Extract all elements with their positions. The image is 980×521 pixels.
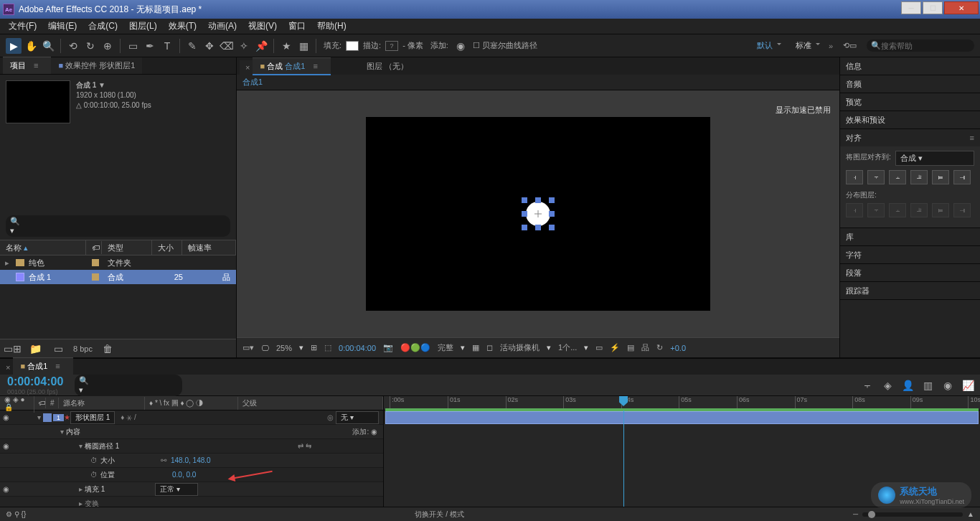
frame-blend-icon[interactable]: ▥ xyxy=(920,377,936,393)
resize-handle[interactable] xyxy=(549,225,555,230)
resize-handle[interactable] xyxy=(549,211,555,217)
layer-duration-bar[interactable] xyxy=(385,411,979,424)
tab-layer-viewer[interactable]: 图层 （无） xyxy=(359,58,415,75)
project-search[interactable]: 🔍▾ xyxy=(6,215,230,237)
add-content-icon[interactable]: ◉ xyxy=(371,428,377,436)
workspace-more-icon[interactable]: » xyxy=(829,42,833,50)
roi-icon[interactable]: ⬚ xyxy=(324,343,331,352)
current-timecode[interactable]: 0:00:04:00 xyxy=(0,375,70,388)
resize-handle[interactable] xyxy=(535,197,541,203)
resize-handle[interactable] xyxy=(522,225,527,230)
resize-handle[interactable] xyxy=(535,225,541,230)
pan-behind-tool-icon[interactable]: ⊕ xyxy=(100,38,116,54)
shy-icon[interactable]: 👤 xyxy=(900,377,915,393)
zoom-tool-icon[interactable]: 🔍 xyxy=(40,38,56,54)
visibility-toggle[interactable]: ◉ xyxy=(0,442,11,450)
property-row-contents[interactable]: ▾ 内容 添加: ◉ xyxy=(0,425,383,439)
timeline-zoom-slider[interactable] xyxy=(862,512,963,517)
mask-icon[interactable]: ◻ xyxy=(486,343,493,352)
panel-paragraph[interactable]: 段落 xyxy=(840,264,980,281)
orbit-tool-icon[interactable]: ⟲ xyxy=(65,38,81,54)
interpret-icon[interactable]: ▭⊞ xyxy=(4,341,20,357)
graph-editor-icon[interactable]: 📈 xyxy=(960,377,976,393)
bpc-toggle[interactable]: 8 bpc xyxy=(73,344,93,353)
project-search-input[interactable] xyxy=(24,222,226,230)
parent-dropdown[interactable]: 无 ▾ xyxy=(336,411,379,424)
panel-libraries[interactable]: 库 xyxy=(840,228,980,245)
bezier-checkbox[interactable]: ☐ 贝塞尔曲线路径 xyxy=(473,40,537,51)
align-top-icon[interactable]: ⫡ xyxy=(910,170,928,184)
menu-file[interactable]: 文件(F) xyxy=(3,18,42,34)
visibility-toggle[interactable]: ◉ xyxy=(0,485,11,493)
toggle-icon-a[interactable]: ★ xyxy=(278,38,294,54)
panel-tracker[interactable]: 跟踪器 xyxy=(840,282,980,299)
composition-canvas[interactable] xyxy=(366,117,710,311)
timeline-search[interactable]: 🔍▾ xyxy=(75,375,182,396)
tab-effect-controls[interactable]: ■ 效果控件 形状图层1 xyxy=(51,57,142,74)
close-tab-icon[interactable]: × xyxy=(3,360,13,375)
toggle-icon-b[interactable]: ▦ xyxy=(296,38,311,54)
align-left-icon[interactable]: ⫞ xyxy=(846,170,863,184)
always-preview-icon[interactable]: ▭▾ xyxy=(242,343,254,352)
twirl-icon[interactable]: ▾ xyxy=(34,413,43,421)
col-name[interactable]: 名称 ▴ xyxy=(0,240,86,255)
zoom-in-icon[interactable]: ▲ xyxy=(967,510,974,518)
menu-animation[interactable]: 动画(A) xyxy=(202,18,242,34)
workspace-reset-icon[interactable]: ⟲▭ xyxy=(843,41,857,50)
resize-handle[interactable] xyxy=(522,197,527,203)
resize-handle[interactable] xyxy=(549,197,555,203)
align-bottom-icon[interactable]: ⫣ xyxy=(953,170,971,184)
label-swatch[interactable] xyxy=(92,259,99,266)
label-swatch[interactable] xyxy=(92,273,99,281)
menu-help[interactable]: 帮助(H) xyxy=(311,18,352,34)
views-dropdown[interactable]: 1个... xyxy=(558,342,577,353)
panel-audio[interactable]: 音频 xyxy=(840,75,980,93)
tab-composition-viewer[interactable]: ■ 合成 合成1 ≡ xyxy=(253,57,330,75)
clone-tool-icon[interactable]: ✥ xyxy=(202,38,217,54)
visibility-toggle[interactable]: ◉ xyxy=(0,413,11,421)
composition-viewer[interactable]: 显示加速已禁用 xyxy=(237,90,839,337)
new-comp-icon[interactable]: ▭ xyxy=(50,341,66,357)
motion-blur-icon[interactable]: ◉ xyxy=(940,377,956,393)
workspace-default-dropdown[interactable]: 默认 xyxy=(751,39,784,52)
property-row-fill[interactable]: ◉ ▸ 填充 1 正常 ▾ xyxy=(0,482,383,497)
col-label[interactable]: 🏷 xyxy=(86,241,102,254)
link-icon[interactable]: ⚯ xyxy=(161,456,166,464)
help-search-input[interactable] xyxy=(881,42,970,50)
panel-character[interactable]: 字符 xyxy=(840,246,980,263)
stopwatch-icon[interactable]: ⏱ xyxy=(90,471,98,479)
menu-effect[interactable]: 效果(T) xyxy=(163,18,202,34)
resolution-icon[interactable]: ⊞ xyxy=(311,343,317,352)
align-vcenter-icon[interactable]: ⫢ xyxy=(932,170,949,184)
rectangle-tool-icon[interactable]: ▭ xyxy=(125,38,141,54)
constrain-icons[interactable]: ⇄ ⇆ xyxy=(298,442,383,450)
selection-tool-icon[interactable]: ▶ xyxy=(6,38,22,54)
close-tab-icon[interactable]: × xyxy=(245,63,250,72)
workspace-standard-dropdown[interactable]: 标准 xyxy=(790,39,823,52)
eraser-tool-icon[interactable]: ⌫ xyxy=(219,38,235,54)
panel-align[interactable]: 对齐≡ xyxy=(840,129,980,146)
panel-preview[interactable]: 预览 xyxy=(840,93,980,111)
roto-tool-icon[interactable]: ✧ xyxy=(236,38,252,54)
ellipse-shape[interactable] xyxy=(526,202,550,226)
menu-layer[interactable]: 图层(L) xyxy=(123,18,163,34)
text-tool-icon[interactable]: T xyxy=(159,38,175,54)
property-row-ellipse[interactable]: ◉ ▾ 椭圆路径 1 ⇄ ⇆ xyxy=(0,439,383,454)
trash-icon[interactable]: 🗑 xyxy=(100,341,116,357)
current-time[interactable]: 0:00:04:00 xyxy=(339,344,376,352)
comp-mini-flow-icon[interactable]: ⫟ xyxy=(859,377,875,393)
menu-composition[interactable]: 合成(C) xyxy=(83,18,123,34)
panel-info[interactable]: 信息 xyxy=(840,57,980,75)
align-hcenter-icon[interactable]: ⫟ xyxy=(867,170,885,184)
col-fps[interactable]: 帧速率 xyxy=(182,240,236,255)
help-search[interactable]: 🔍 xyxy=(867,39,974,52)
tab-timeline-comp[interactable]: ■ 合成1 ≡ xyxy=(13,357,72,375)
magnification-icon[interactable]: 🖵 xyxy=(261,344,269,352)
snapshot-icon[interactable]: 📷 xyxy=(383,343,393,352)
comp-thumbnail[interactable] xyxy=(6,80,70,123)
label-swatch[interactable] xyxy=(43,413,52,422)
hand-tool-icon[interactable]: ✋ xyxy=(23,38,39,54)
puppet-tool-icon[interactable]: 📌 xyxy=(253,38,269,54)
timeline-search-input[interactable] xyxy=(92,381,179,390)
align-to-dropdown[interactable]: 合成 ▾ xyxy=(895,151,974,166)
